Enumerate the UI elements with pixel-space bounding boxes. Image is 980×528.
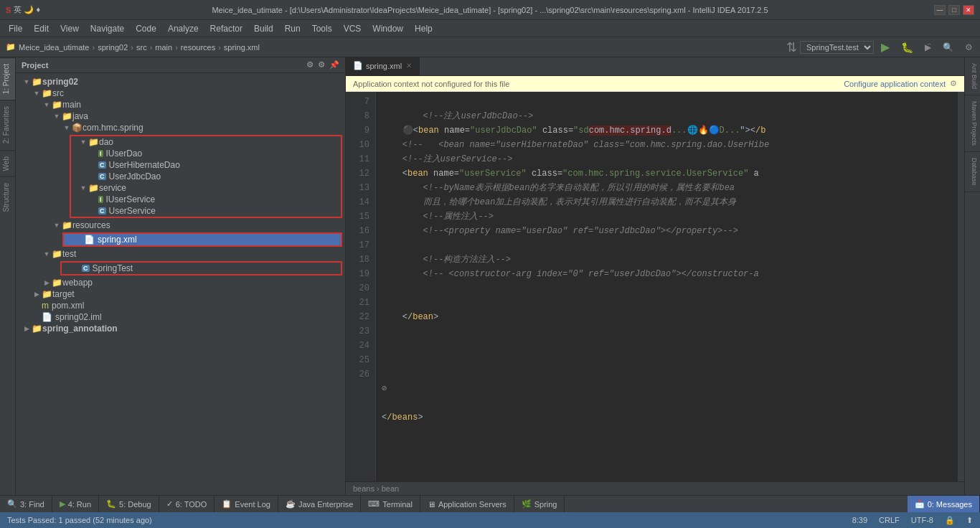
left-tab-web[interactable]: Web (0, 150, 15, 176)
search-button[interactable]: 🔍 (938, 41, 958, 54)
bottom-terminal[interactable]: ⌨ Terminal (361, 496, 420, 512)
bottom-messages[interactable]: 📩 0: Messages (908, 496, 980, 512)
code-editor[interactable]: 7 8 9 10 11 12 13 14 15 16 17 18 19 20 2… (346, 92, 964, 481)
configure-context-link[interactable]: Configure application context (844, 80, 946, 88)
menu-file[interactable]: File (3, 22, 28, 35)
menu-tools[interactable]: Tools (306, 22, 338, 35)
tree-label-webapp: webapp (62, 278, 93, 288)
menu-build[interactable]: Build (248, 22, 279, 35)
run-config-select[interactable]: SpringTest.test (800, 41, 874, 54)
left-tab-project[interactable]: 1: Project (0, 57, 15, 100)
vertical-scrollbar[interactable] (957, 92, 964, 481)
menu-code[interactable]: Code (130, 22, 162, 35)
tree-item-com-hmc-spring[interactable]: ▼ 📦 com.hmc.spring (16, 122, 345, 133)
tree-arrow-service: ▼ (78, 184, 88, 192)
tree-item-userjdbcdao[interactable]: C UserJdbcDao (71, 171, 341, 182)
tree-item-webapp[interactable]: ▶ 📁 webapp (16, 277, 345, 288)
tree-item-iuserdao[interactable]: I IUserDao (71, 148, 341, 159)
encoding-display[interactable]: UTF-8 (911, 516, 933, 524)
todo-icon: ✓ (166, 499, 173, 509)
tree-arrow-java: ▼ (52, 113, 62, 120)
tree-item-springtest[interactable]: C SpringTest (62, 263, 341, 274)
bottom-eventlog[interactable]: 📋 Event Log (215, 496, 278, 512)
gear-icon[interactable]: ⚙ (306, 60, 314, 70)
bottom-debug[interactable]: 🐛 5: Debug (99, 496, 159, 512)
breadcrumb-src[interactable]: src (136, 43, 147, 52)
crlf-display[interactable]: CRLF (879, 516, 900, 524)
bottom-run[interactable]: ▶ 4: Run (52, 496, 99, 512)
menu-refactor[interactable]: Refactor (204, 22, 248, 35)
editor-area: 📄 spring.xml ✕ Application context not c… (346, 57, 964, 495)
right-tab-ant[interactable]: Ant Build (965, 57, 980, 95)
tree-item-iuserservice[interactable]: I IUserService (71, 194, 341, 205)
status-bar: Tests Passed: 1 passed (52 minutes ago) … (0, 512, 980, 528)
menu-run[interactable]: Run (279, 22, 306, 35)
tree-item-spring02[interactable]: ▼ 📁 spring02 (16, 76, 345, 88)
project-header-icons: ⚙ ⚙ 📌 (306, 60, 339, 70)
tree-item-java[interactable]: ▼ 📁 java (16, 110, 345, 122)
debug-button[interactable]: 🐛 (897, 40, 918, 55)
left-tab-favorites[interactable]: 2: Favorites (0, 100, 15, 149)
tree-item-spring-annotation[interactable]: ▶ 📁 spring_annotation (16, 323, 345, 334)
bottom-appservers[interactable]: 🖥 Application Servers (420, 496, 514, 512)
menu-help[interactable]: Help (409, 22, 438, 35)
tree-item-userhibernatadao[interactable]: C UserHibernateDao (71, 159, 341, 171)
tree-label-java: java (72, 111, 88, 121)
folder-icon-dao: 📁 (88, 137, 99, 147)
minimize-button[interactable]: — (934, 5, 946, 15)
tab-file-icon: 📄 (353, 61, 363, 70)
bottom-spring[interactable]: 🌿 Spring (514, 496, 565, 512)
bottom-javaenterprise[interactable]: ☕ Java Enterprise (278, 496, 361, 512)
tree-item-pomxml[interactable]: m pom.xml (16, 300, 345, 311)
breadcrumb-main[interactable]: main (155, 43, 172, 52)
tree-item-userservice[interactable]: C UserService (71, 205, 341, 217)
tree-label-spring02: spring02 (42, 77, 78, 87)
coverage-button[interactable]: ▶̈ (920, 41, 936, 54)
tree-item-target[interactable]: ▶ 📁 target (16, 288, 345, 300)
tab-springxml[interactable]: 📄 spring.xml ✕ (346, 57, 420, 75)
folder-icon-webapp: 📁 (52, 278, 62, 288)
run-icon: ▶ (60, 499, 65, 509)
xml-file-icon: 📄 (84, 235, 95, 245)
breadcrumb-module[interactable]: spring02 (98, 43, 128, 52)
tree-item-springxml[interactable]: 📄 spring.xml (64, 234, 341, 245)
folder-icon-resources: 📁 (62, 220, 72, 230)
tree-label-userjdbcdao: UserJdbcDao (109, 171, 161, 182)
menu-edit[interactable]: Edit (28, 22, 55, 35)
tree-item-dao[interactable]: ▼ 📁 dao (71, 136, 341, 148)
menu-analyze[interactable]: Analyze (162, 22, 204, 35)
pin-icon[interactable]: 📌 (329, 60, 339, 70)
code-content[interactable]: <!--注入userJdbcDao--> ⚫<bean name="userJd… (376, 92, 957, 481)
tree-item-service[interactable]: ▼ 📁 service (71, 182, 341, 194)
tree-item-iml[interactable]: 📄 spring02.iml (16, 311, 345, 323)
bottom-find[interactable]: 🔍 3: Find (0, 496, 52, 512)
info-gear-icon[interactable]: ⚙ (950, 79, 957, 88)
close-button[interactable]: ✕ (963, 5, 974, 15)
breadcrumb-resources[interactable]: resources (181, 43, 215, 52)
javaee-icon: ☕ (286, 499, 296, 509)
tree-label-package: com.hmc.spring (83, 123, 143, 133)
tree-arrow-package: ▼ (62, 124, 72, 131)
menu-navigate[interactable]: Navigate (85, 22, 130, 35)
right-tab-maven[interactable]: Maven Projects (965, 95, 980, 152)
menu-view[interactable]: View (55, 22, 85, 35)
bottom-todo[interactable]: ✓ 6: TODO (159, 496, 215, 512)
tree-item-main[interactable]: ▼ 📁 main (16, 99, 345, 110)
breadcrumb-file[interactable]: spring.xml (224, 43, 260, 52)
tree-item-test[interactable]: ▼ 📁 test (16, 248, 345, 260)
settings-icon[interactable]: ⚙ (318, 60, 325, 70)
breadcrumb-project[interactable]: Meice_idea_utimate (19, 43, 89, 52)
run-button[interactable]: ▶ (877, 39, 894, 55)
left-tab-structure[interactable]: Structure (0, 176, 15, 218)
settings-button[interactable]: ⚙ (961, 41, 977, 54)
run-label: 4: Run (68, 500, 91, 509)
menu-window[interactable]: Window (367, 22, 409, 35)
lock-icon: 🔒 (945, 516, 955, 525)
tab-close-icon[interactable]: ✕ (406, 62, 412, 70)
right-tab-database[interactable]: Database (965, 152, 980, 192)
tree-item-resources[interactable]: ▼ 📁 resources (16, 220, 345, 231)
folder-icon: 📁 (32, 77, 42, 87)
menu-vcs[interactable]: VCS (338, 22, 367, 35)
maximize-button[interactable]: □ (948, 5, 960, 15)
tree-item-src[interactable]: ▼ 📁 src (16, 88, 345, 99)
